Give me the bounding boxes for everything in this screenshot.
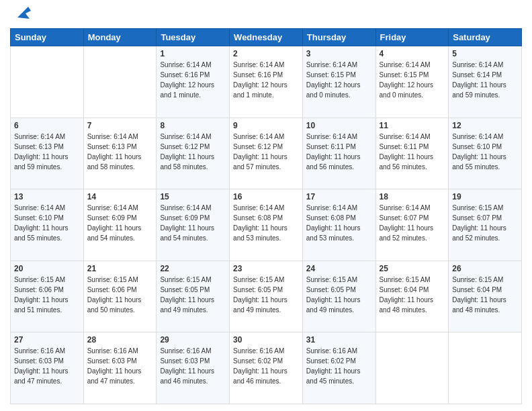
header (10, 7, 522, 23)
day-info: Sunrise: 6:14 AMSunset: 6:13 PMDaylight:… (87, 132, 153, 172)
day-cell: 7Sunrise: 6:14 AMSunset: 6:13 PMDaylight… (83, 118, 157, 189)
day-number: 11 (380, 121, 445, 130)
svg-marker-0 (17, 7, 31, 19)
day-number: 3 (306, 49, 372, 58)
day-number: 17 (306, 192, 372, 201)
weekday-header-thursday: Thursday (302, 29, 375, 46)
week-row-2: 6Sunrise: 6:14 AMSunset: 6:13 PMDaylight… (11, 118, 522, 189)
day-cell: 6Sunrise: 6:14 AMSunset: 6:13 PMDaylight… (11, 118, 84, 189)
weekday-header-saturday: Saturday (449, 29, 522, 46)
day-info: Sunrise: 6:15 AMSunset: 6:05 PMDaylight:… (160, 275, 226, 315)
day-cell: 10Sunrise: 6:14 AMSunset: 6:11 PMDayligh… (302, 118, 375, 189)
day-number: 31 (306, 335, 372, 345)
day-number: 14 (87, 192, 153, 201)
day-number: 12 (452, 121, 518, 130)
day-cell: 16Sunrise: 6:14 AMSunset: 6:08 PMDayligh… (230, 189, 303, 261)
day-cell: 17Sunrise: 6:14 AMSunset: 6:08 PMDayligh… (302, 189, 375, 261)
day-info: Sunrise: 6:14 AMSunset: 6:15 PMDaylight:… (380, 60, 445, 100)
day-number: 2 (233, 49, 299, 58)
day-number: 20 (14, 264, 80, 273)
day-cell: 5Sunrise: 6:14 AMSunset: 6:14 PMDaylight… (449, 46, 522, 118)
day-number: 25 (380, 264, 445, 273)
day-cell: 2Sunrise: 6:14 AMSunset: 6:16 PMDaylight… (230, 46, 303, 118)
day-cell: 30Sunrise: 6:16 AMSunset: 6:02 PMDayligh… (230, 332, 303, 404)
day-number: 13 (14, 192, 80, 201)
day-info: Sunrise: 6:14 AMSunset: 6:09 PMDaylight:… (87, 203, 153, 243)
day-cell: 31Sunrise: 6:16 AMSunset: 6:02 PMDayligh… (302, 332, 375, 404)
day-cell: 14Sunrise: 6:14 AMSunset: 6:09 PMDayligh… (83, 189, 157, 261)
day-cell: 25Sunrise: 6:15 AMSunset: 6:04 PMDayligh… (375, 261, 449, 332)
day-cell: 13Sunrise: 6:14 AMSunset: 6:10 PMDayligh… (11, 189, 84, 261)
day-cell (83, 46, 157, 118)
day-info: Sunrise: 6:15 AMSunset: 6:06 PMDaylight:… (14, 275, 80, 315)
day-number: 27 (14, 335, 80, 345)
day-info: Sunrise: 6:14 AMSunset: 6:15 PMDaylight:… (306, 60, 372, 100)
day-number: 26 (452, 264, 518, 273)
day-info: Sunrise: 6:14 AMSunset: 6:11 PMDaylight:… (306, 132, 372, 172)
day-cell: 9Sunrise: 6:14 AMSunset: 6:12 PMDaylight… (230, 118, 303, 189)
day-number: 7 (87, 121, 153, 130)
day-info: Sunrise: 6:15 AMSunset: 6:06 PMDaylight:… (87, 275, 153, 315)
week-row-3: 13Sunrise: 6:14 AMSunset: 6:10 PMDayligh… (11, 189, 522, 261)
day-number: 6 (14, 121, 80, 130)
day-info: Sunrise: 6:14 AMSunset: 6:13 PMDaylight:… (14, 132, 80, 172)
day-cell: 26Sunrise: 6:15 AMSunset: 6:04 PMDayligh… (449, 261, 522, 332)
day-cell: 29Sunrise: 6:16 AMSunset: 6:03 PMDayligh… (157, 332, 230, 404)
day-cell: 27Sunrise: 6:16 AMSunset: 6:03 PMDayligh… (11, 332, 84, 404)
day-number: 23 (233, 264, 299, 273)
weekday-header-tuesday: Tuesday (157, 29, 230, 46)
day-info: Sunrise: 6:14 AMSunset: 6:12 PMDaylight:… (160, 132, 226, 172)
weekday-header-row: SundayMondayTuesdayWednesdayThursdayFrid… (11, 29, 522, 46)
logo-icon (12, 1, 34, 23)
day-cell: 3Sunrise: 6:14 AMSunset: 6:15 PMDaylight… (302, 46, 375, 118)
day-number: 9 (233, 121, 299, 130)
week-row-1: 1Sunrise: 6:14 AMSunset: 6:16 PMDaylight… (11, 46, 522, 118)
week-row-5: 27Sunrise: 6:16 AMSunset: 6:03 PMDayligh… (11, 332, 522, 404)
day-info: Sunrise: 6:15 AMSunset: 6:07 PMDaylight:… (452, 203, 518, 243)
day-info: Sunrise: 6:14 AMSunset: 6:16 PMDaylight:… (160, 60, 226, 100)
day-cell: 18Sunrise: 6:14 AMSunset: 6:07 PMDayligh… (375, 189, 449, 261)
day-info: Sunrise: 6:16 AMSunset: 6:03 PMDaylight:… (87, 346, 153, 386)
day-info: Sunrise: 6:14 AMSunset: 6:11 PMDaylight:… (380, 132, 445, 172)
day-info: Sunrise: 6:16 AMSunset: 6:02 PMDaylight:… (306, 346, 372, 386)
week-row-4: 20Sunrise: 6:15 AMSunset: 6:06 PMDayligh… (11, 261, 522, 332)
day-info: Sunrise: 6:14 AMSunset: 6:10 PMDaylight:… (452, 132, 518, 172)
day-number: 1 (160, 49, 226, 58)
day-cell (11, 46, 84, 118)
day-cell: 23Sunrise: 6:15 AMSunset: 6:05 PMDayligh… (230, 261, 303, 332)
day-info: Sunrise: 6:14 AMSunset: 6:07 PMDaylight:… (380, 203, 445, 243)
day-number: 5 (452, 49, 518, 58)
day-info: Sunrise: 6:15 AMSunset: 6:05 PMDaylight:… (233, 275, 299, 315)
day-cell: 1Sunrise: 6:14 AMSunset: 6:16 PMDaylight… (157, 46, 230, 118)
day-number: 18 (380, 192, 445, 201)
day-number: 15 (160, 192, 226, 201)
day-number: 19 (452, 192, 518, 201)
day-info: Sunrise: 6:14 AMSunset: 6:10 PMDaylight:… (14, 203, 80, 243)
day-cell: 20Sunrise: 6:15 AMSunset: 6:06 PMDayligh… (11, 261, 84, 332)
day-info: Sunrise: 6:15 AMSunset: 6:04 PMDaylight:… (380, 275, 445, 315)
day-number: 10 (306, 121, 372, 130)
day-cell: 8Sunrise: 6:14 AMSunset: 6:12 PMDaylight… (157, 118, 230, 189)
day-number: 16 (233, 192, 299, 201)
day-cell: 24Sunrise: 6:15 AMSunset: 6:05 PMDayligh… (302, 261, 375, 332)
day-cell (449, 332, 522, 404)
day-cell: 22Sunrise: 6:15 AMSunset: 6:05 PMDayligh… (157, 261, 230, 332)
day-cell: 19Sunrise: 6:15 AMSunset: 6:07 PMDayligh… (449, 189, 522, 261)
day-info: Sunrise: 6:14 AMSunset: 6:14 PMDaylight:… (452, 60, 518, 100)
page: SundayMondayTuesdayWednesdayThursdayFrid… (0, 0, 532, 411)
day-info: Sunrise: 6:14 AMSunset: 6:08 PMDaylight:… (233, 203, 299, 243)
day-cell: 12Sunrise: 6:14 AMSunset: 6:10 PMDayligh… (449, 118, 522, 189)
day-info: Sunrise: 6:14 AMSunset: 6:16 PMDaylight:… (233, 60, 299, 100)
day-cell: 11Sunrise: 6:14 AMSunset: 6:11 PMDayligh… (375, 118, 449, 189)
day-info: Sunrise: 6:15 AMSunset: 6:05 PMDaylight:… (306, 275, 372, 315)
calendar-table: SundayMondayTuesdayWednesdayThursdayFrid… (10, 28, 522, 404)
day-info: Sunrise: 6:16 AMSunset: 6:03 PMDaylight:… (14, 346, 80, 386)
day-cell: 21Sunrise: 6:15 AMSunset: 6:06 PMDayligh… (83, 261, 157, 332)
weekday-header-sunday: Sunday (11, 29, 84, 46)
day-number: 22 (160, 264, 226, 273)
day-cell (375, 332, 449, 404)
day-number: 29 (160, 335, 226, 345)
day-info: Sunrise: 6:16 AMSunset: 6:02 PMDaylight:… (233, 346, 299, 386)
day-info: Sunrise: 6:14 AMSunset: 6:12 PMDaylight:… (233, 132, 299, 172)
day-number: 28 (87, 335, 153, 345)
